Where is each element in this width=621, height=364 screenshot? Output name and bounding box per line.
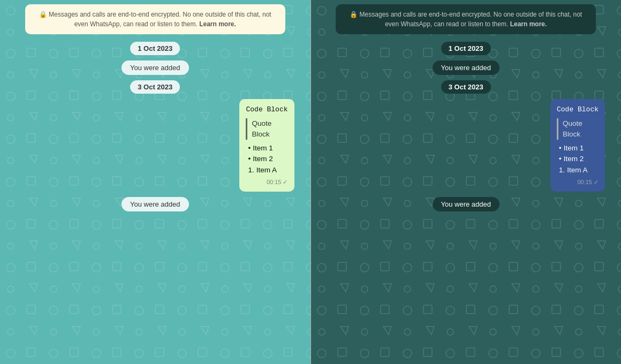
left-chat-bubble: Code Block Quote Block • Item 1 • Item 2 (239, 99, 294, 192)
right-encryption-text: Messages and calls are end-to-end encryp… (360, 11, 582, 28)
right-timestamp: 00:15 ✓ (557, 178, 599, 187)
left-code-block: Code Block (246, 104, 287, 115)
left-system2: You were added (122, 197, 189, 211)
left-content: 🔒 Messages and calls are end-to-end encr… (11, 0, 300, 211)
left-quote-line2: Block (252, 129, 287, 140)
left-bullet-list: • Item 1 • Item 2 1. Item A (246, 143, 287, 176)
right-encryption-notice: 🔒 Messages and calls are end-to-end encr… (336, 4, 596, 34)
right-ordered1-text: Item A (567, 165, 587, 176)
right-date2: 3 Oct 2023 (441, 80, 491, 94)
left-bullet2-text: Item 2 (253, 154, 273, 164)
right-quote-line1: Quote (563, 118, 599, 129)
left-bubble-wrapper: Code Block Quote Block • Item 1 • Item 2 (11, 99, 300, 192)
right-learn-more[interactable]: Learn more. (510, 20, 547, 28)
right-date1: 1 Oct 2023 (441, 42, 491, 55)
right-quote-line2: Block (563, 129, 599, 140)
right-content: 🔒 Messages and calls are end-to-end encr… (322, 0, 611, 211)
left-ordered1-text: Item A (256, 165, 277, 176)
right-ordered1: 1. Item A (559, 165, 599, 176)
right-bullet1: • Item 1 (559, 143, 599, 154)
right-bullet1-text: Item 1 (564, 143, 584, 154)
left-bullet2: • Item 2 (248, 154, 287, 164)
left-bullet1-text: Item 1 (253, 143, 273, 154)
left-system1: You were added (122, 60, 189, 75)
left-ordered1: 1. Item A (248, 165, 287, 176)
left-panel: 🔒 Messages and calls are end-to-end encr… (0, 0, 310, 364)
right-lock-icon: 🔒 (350, 11, 358, 18)
left-learn-more[interactable]: Learn more. (199, 20, 236, 28)
right-system2: You were added (433, 197, 500, 211)
left-timestamp: 00:15 ✓ (246, 178, 287, 187)
left-date1: 1 Oct 2023 (130, 42, 180, 55)
left-bullet1: • Item 1 (248, 143, 287, 154)
left-quote-line1: Quote (252, 118, 287, 129)
right-code-block: Code Block (557, 104, 599, 115)
left-date2: 3 Oct 2023 (130, 80, 180, 94)
left-ordered1-num: 1. (248, 165, 254, 176)
left-bullet1-dot: • (248, 143, 251, 154)
left-quote-block: Quote Block (246, 118, 287, 140)
right-bullet1-dot: • (559, 143, 562, 154)
right-bullet2-text: Item 2 (564, 154, 584, 164)
right-chat-bubble: Code Block Quote Block • Item 1 • Item 2 (550, 99, 605, 192)
right-system1: You were added (433, 60, 500, 75)
right-panel: 🔒 Messages and calls are end-to-end encr… (311, 0, 622, 364)
right-bullet2: • Item 2 (559, 154, 599, 164)
right-quote-block: Quote Block (557, 118, 599, 140)
left-encryption-text: Messages and calls are end-to-end encryp… (49, 11, 271, 28)
left-encryption-notice: 🔒 Messages and calls are end-to-end encr… (25, 4, 285, 34)
right-ordered1-num: 1. (559, 165, 565, 176)
right-bullet2-dot: • (559, 154, 562, 164)
left-bullet2-dot: • (248, 154, 251, 164)
left-lock-icon: 🔒 (39, 11, 47, 18)
right-bullet-list: • Item 1 • Item 2 1. Item A (557, 143, 599, 176)
right-bubble-wrapper: Code Block Quote Block • Item 1 • Item 2 (322, 99, 611, 192)
